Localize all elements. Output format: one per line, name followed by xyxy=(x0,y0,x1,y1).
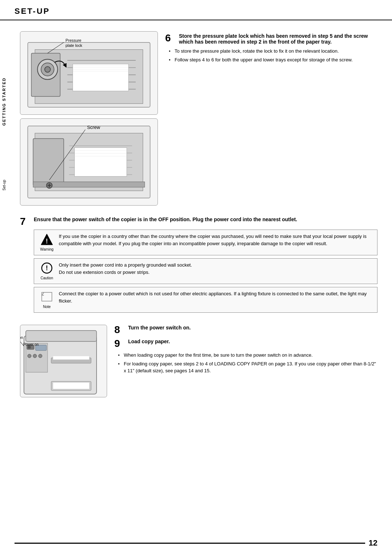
caution-text1: Only insert the power cord into a proper… xyxy=(59,262,373,269)
note-label: Note xyxy=(43,304,50,309)
warning-icon: ! xyxy=(40,233,53,246)
step6-bullets: To store the pressure plate lock, rotate… xyxy=(165,48,377,63)
caution-icon-col: ! Caution xyxy=(38,262,56,281)
illustration-screw: Screw xyxy=(20,118,158,206)
svg-text:Screw: Screw xyxy=(87,125,100,130)
step6-instruction-text: Store the pressure plate lock which has … xyxy=(179,33,377,45)
step9-row: 9 Load copy paper. xyxy=(114,339,377,349)
step6-bullet-2: Follow steps 4 to 6 for both the upper a… xyxy=(169,56,377,64)
step6-instruction-bold: Store the pressure plate lock which has … xyxy=(179,33,368,45)
step6-text: 6 Store the pressure plate lock which ha… xyxy=(165,31,377,65)
caution-icon: ! xyxy=(40,262,53,275)
main-content: Pressure plate lock xyxy=(0,20,392,405)
svg-rect-33 xyxy=(74,147,127,176)
note-icon xyxy=(40,290,53,303)
warning-text: If you use the copier in a country other… xyxy=(59,233,373,247)
note-box: Note Connect the copier to a power outle… xyxy=(34,287,377,313)
caution-text: Only insert the power cord into a proper… xyxy=(59,262,373,276)
step8-number: 8 xyxy=(114,325,124,335)
step7-area: 7 Ensure that the power switch of the co… xyxy=(20,216,377,316)
warning-label: Warning xyxy=(40,247,54,252)
footer-line-left xyxy=(15,543,365,544)
step8-instruction: Turn the power switch on. xyxy=(128,325,191,331)
step7-number: 7 xyxy=(20,216,30,227)
power-on-label: Power on xyxy=(23,343,38,347)
step6-bullet-1: To store the pressure plate lock, rotate… xyxy=(169,48,377,55)
warning-icon-col: ! Warning xyxy=(38,233,56,252)
svg-text:!: ! xyxy=(46,238,48,245)
page-footer: 12 xyxy=(0,538,392,548)
caution-label: Caution xyxy=(41,275,53,281)
svg-rect-11 xyxy=(73,64,128,91)
svg-rect-53 xyxy=(53,382,89,389)
svg-rect-51 xyxy=(53,356,89,360)
svg-point-56 xyxy=(38,354,42,358)
page-number: 12 xyxy=(369,538,377,548)
page-title: SET-UP xyxy=(15,7,50,16)
svg-text:plate lock: plate lock xyxy=(66,43,83,48)
step8-item: 8 Turn the power switch on. xyxy=(114,325,377,335)
step6-number: 6 xyxy=(165,33,175,43)
step9-text: Load copy paper. xyxy=(128,339,170,344)
step9-bullets: When loading copy paper for the first ti… xyxy=(114,352,377,374)
step9-instruction: Load copy paper. xyxy=(128,339,170,344)
svg-line-42 xyxy=(42,292,44,295)
step9-bullet-2: For loading copy paper, see steps 2 to 4… xyxy=(118,360,377,374)
caution-text2: Do not use extension cords or power stri… xyxy=(59,269,373,276)
svg-rect-21 xyxy=(33,139,64,186)
svg-rect-45 xyxy=(26,331,97,341)
svg-text:!: ! xyxy=(46,264,48,272)
getting-started-label: GETTING STARTED xyxy=(0,44,8,160)
step9-number: 9 xyxy=(114,339,124,349)
step9-bullet-1: When loading copy paper for the first ti… xyxy=(118,352,377,359)
step8-text: Turn the power switch on. xyxy=(128,325,191,331)
svg-text:Power on: Power on xyxy=(20,336,23,340)
svg-point-54 xyxy=(28,354,31,358)
svg-point-55 xyxy=(33,354,37,358)
note-text: Connect the copier to a power outlet whi… xyxy=(59,290,373,304)
illustration-copier: Power on Power on xyxy=(20,325,107,397)
note-icon-col: Note xyxy=(38,290,56,309)
page-header: SET-UP xyxy=(0,0,392,20)
warning-box: ! Warning If you use the copier in a cou… xyxy=(34,230,377,255)
step7-content: 7 Ensure that the power switch of the co… xyxy=(20,216,377,316)
step7-instruction-bold: Ensure that the power switch of the copi… xyxy=(34,216,297,222)
svg-point-5 xyxy=(45,66,50,72)
illustration-pressure-plate: Pressure plate lock xyxy=(20,31,158,115)
setup-label: Set-up xyxy=(0,171,8,200)
step89-area: Power on Power on 8 Turn the power switc… xyxy=(20,325,377,397)
caution-box: ! Caution Only insert the power cord int… xyxy=(34,258,377,284)
step7-row: 7 Ensure that the power switch of the co… xyxy=(20,216,377,227)
step9-item: 9 Load copy paper. When loading copy pap… xyxy=(114,339,377,374)
step6-area: Pressure plate lock xyxy=(20,31,377,206)
step6-row: 6 Store the pressure plate lock which ha… xyxy=(165,33,377,45)
step8-row: 8 Turn the power switch on. xyxy=(114,325,377,335)
step7-instruction-text: Ensure that the power switch of the copi… xyxy=(34,216,297,222)
svg-text:Pressure: Pressure xyxy=(66,38,82,42)
step6-illustrations: Pressure plate lock xyxy=(20,31,158,206)
step89-text-col: 8 Turn the power switch on. 9 Load copy … xyxy=(114,325,377,378)
